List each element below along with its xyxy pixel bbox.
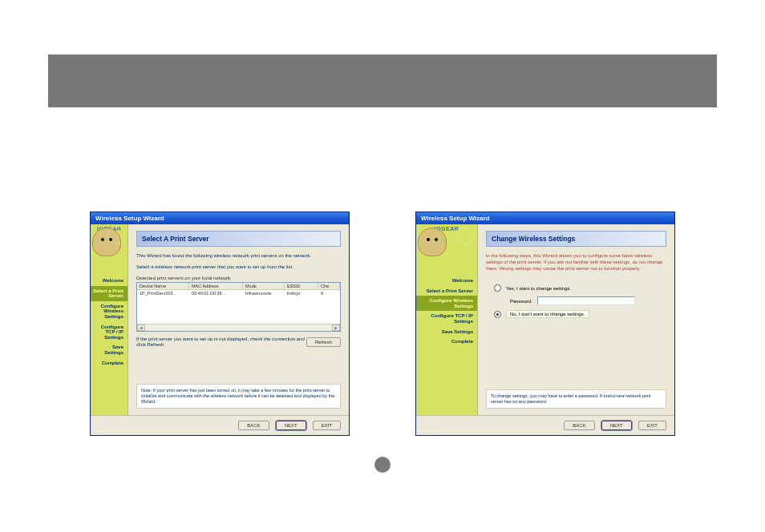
- radio-yes-row[interactable]: Yes, I want to change settings.: [494, 284, 666, 292]
- dialogs-row: Wireless Setup Wizard IOGEAR Welcome Sel…: [0, 212, 765, 436]
- nav-save-settings[interactable]: Save Settings: [416, 327, 477, 337]
- nav-welcome[interactable]: Welcome: [91, 276, 128, 286]
- th-mode[interactable]: Mode: [243, 283, 285, 289]
- scroll-left-icon[interactable]: ◄: [137, 324, 145, 331]
- nav-select-print-server[interactable]: Select a Print Server: [416, 286, 477, 296]
- td-cha: 9: [318, 290, 340, 296]
- refresh-button[interactable]: Refresh: [306, 337, 341, 347]
- td-mode: Infrastructure: [243, 290, 285, 296]
- password-label: Password:: [510, 299, 532, 304]
- main-panel: Select A Print Server This Wizard has fo…: [128, 224, 349, 415]
- td-mac: 00:40:01:D0:39...: [189, 290, 243, 296]
- password-input[interactable]: [537, 296, 635, 305]
- radio-no-label: No, I don't want to change settings.: [506, 310, 589, 318]
- desc-line2: Select a wireless network print server t…: [136, 264, 341, 271]
- dialog-change-wireless: Wireless Setup Wizard IOGEAR Welcome Sel…: [415, 212, 675, 436]
- back-button[interactable]: BACK: [238, 421, 269, 430]
- sidebar-logo: IOGEAR: [416, 224, 477, 271]
- dialog-title: Wireless Setup Wizard: [91, 212, 349, 224]
- desc-line1: This Wizard has found the following wire…: [136, 253, 341, 260]
- panel-title: Select A Print Server: [136, 231, 341, 247]
- dialog-select-print-server: Wireless Setup Wizard IOGEAR Welcome Sel…: [90, 212, 350, 436]
- table-header-row: Device Name MAC Address Mode ESSID Cha: [137, 283, 340, 290]
- list-label: Detected print servers on your local net…: [136, 276, 341, 280]
- nav-configure-wireless[interactable]: Configure Wireless Settings: [416, 296, 477, 311]
- radio-no[interactable]: [494, 311, 501, 318]
- next-button[interactable]: NEXT: [601, 421, 632, 430]
- dialog-title: Wireless Setup Wizard: [416, 212, 674, 224]
- td-essid: linksys: [285, 290, 318, 296]
- th-device-name[interactable]: Device Name: [137, 283, 189, 289]
- radio-no-row[interactable]: No, I don't want to change settings.: [494, 310, 666, 318]
- exit-button[interactable]: EXIT: [638, 421, 666, 430]
- header-bar: [48, 54, 717, 107]
- nav-configure-wireless[interactable]: Configure Wireless Settings: [91, 301, 128, 322]
- nav-complete[interactable]: Complete: [91, 358, 128, 369]
- nav: Welcome Select a Print Server Configure …: [416, 276, 477, 347]
- mascot-icon: [418, 228, 447, 256]
- note-box: To change settings, you may have to ente…: [486, 389, 666, 409]
- bottom-bar: BACK NEXT EXIT: [91, 415, 349, 435]
- table-row[interactable]: 1P_PrintServ003... 00:40:01:D0:39... Inf…: [137, 290, 340, 296]
- page-number-circle: [374, 457, 391, 473]
- radio-group: Yes, I want to change settings. Password…: [494, 284, 666, 318]
- desc-warning: In the following steps, this Wizard allo…: [486, 253, 666, 272]
- h-scrollbar[interactable]: ◄ ►: [137, 324, 340, 331]
- next-button[interactable]: NEXT: [276, 421, 306, 430]
- sidebar: IOGEAR Welcome Select a Print Server Con…: [91, 224, 128, 415]
- back-button[interactable]: BACK: [564, 421, 594, 430]
- nav-save-settings[interactable]: Save Settings: [91, 342, 128, 357]
- nav-complete[interactable]: Complete: [416, 337, 477, 347]
- scroll-track[interactable]: [145, 324, 332, 331]
- note-box: Note: If your print server has just been…: [136, 384, 341, 409]
- sidebar-logo: IOGEAR: [91, 224, 128, 271]
- bottom-bar: BACK NEXT EXIT: [416, 415, 674, 435]
- nav-configure-tcpip[interactable]: Configure TCP / IP Settings: [416, 311, 477, 326]
- nav-welcome[interactable]: Welcome: [416, 276, 477, 286]
- exit-button[interactable]: EXIT: [313, 421, 341, 430]
- th-mac[interactable]: MAC Address: [189, 283, 243, 289]
- scroll-right-icon[interactable]: ►: [332, 324, 340, 331]
- th-essid[interactable]: ESSID: [285, 283, 318, 289]
- radio-yes[interactable]: [494, 284, 501, 292]
- td-device-name: 1P_PrintServ003...: [137, 290, 189, 296]
- print-server-table[interactable]: Device Name MAC Address Mode ESSID Cha 1…: [136, 282, 341, 332]
- nav-configure-tcpip[interactable]: Configure TCP / IP Settings: [91, 322, 128, 343]
- nav-select-print-server[interactable]: Select a Print Server: [91, 286, 128, 301]
- main-panel: Change Wireless Settings In the followin…: [478, 224, 674, 415]
- sidebar: IOGEAR Welcome Select a Print Server Con…: [416, 224, 478, 415]
- panel-title: Change Wireless Settings: [486, 231, 666, 247]
- nav: Welcome Select a Print Server Configure …: [91, 276, 128, 368]
- refresh-note: If the print server you want to set up i…: [136, 337, 306, 349]
- th-cha[interactable]: Cha: [318, 283, 340, 289]
- radio-yes-label: Yes, I want to change settings.: [506, 286, 571, 291]
